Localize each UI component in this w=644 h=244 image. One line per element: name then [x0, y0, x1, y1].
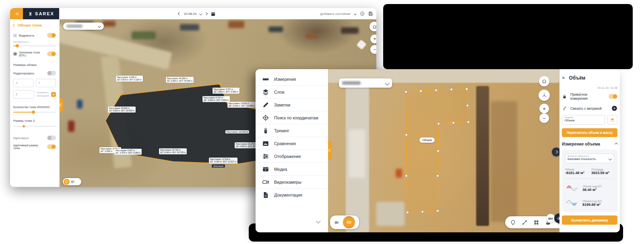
- measurement-label: Расстояние: 44.359 mΔZ: 0.266 m ΔXY: 44.…: [166, 77, 194, 83]
- black-backdrop-top: [383, 4, 633, 69]
- name-field[interactable]: Название Объем: [562, 115, 605, 125]
- orientation-gizmo[interactable]: [539, 90, 550, 101]
- menu-item-media[interactable]: Медиа: [256, 163, 328, 176]
- annotation-badge[interactable]: Аннотация: [212, 164, 225, 168]
- opacity-slider[interactable]: [13, 45, 56, 46]
- zoom-in-button[interactable]: +: [370, 35, 376, 43]
- chevron-left-icon: [60, 103, 63, 107]
- current-date[interactable]: 22.08.24: [184, 12, 196, 16]
- adaptive-size-label: Адаптивный размер точек: [13, 144, 45, 150]
- points-count-slider[interactable]: [13, 112, 56, 113]
- menu-collapse-tab[interactable]: [328, 141, 332, 160]
- adaptive-size-toggle[interactable]: [47, 144, 56, 149]
- point-cloud-icon: [13, 34, 17, 37]
- zoom-out-button[interactable]: −: [370, 45, 376, 54]
- points-count-label: Количество точек 40000000: [10, 106, 59, 109]
- view-mode-pill: 3D 2D: [330, 215, 359, 229]
- add-state-button[interactable]: Добавить состояние: [320, 12, 351, 16]
- point-size-slider[interactable]: [13, 126, 56, 127]
- close-icon[interactable]: ×: [562, 75, 565, 81]
- prev-date-button[interactable]: [178, 12, 181, 15]
- height-map-toggle[interactable]: [47, 135, 56, 140]
- polygon-icon: [533, 219, 539, 226]
- chevron-left-icon: [328, 149, 332, 152]
- volume-polygon[interactable]: [328, 69, 559, 232]
- home-button[interactable]: [369, 22, 376, 31]
- zoom-out-button[interactable]: −: [539, 113, 549, 123]
- area-value: 3923.59 м²: [591, 171, 614, 175]
- menu-item-notes[interactable]: Заметки: [256, 98, 328, 111]
- below-base-label: Объем под БП: [582, 200, 601, 203]
- surface-select[interactable]: Выберите поверхность Базовая плоскость: [565, 154, 614, 163]
- polyline-icon: [522, 219, 528, 226]
- document-icon: [262, 191, 269, 199]
- menu-item-display[interactable]: Отображение: [256, 150, 328, 163]
- sidebar-collapse-tab[interactable]: [59, 98, 63, 112]
- camera-icon: [262, 178, 269, 186]
- edit-toggle[interactable]: [47, 71, 56, 76]
- sidebar-header[interactable]: Облако точек: [10, 19, 59, 31]
- layers-toggle-icon[interactable]: [70, 180, 75, 184]
- date-dropdown-icon[interactable]: [199, 12, 202, 15]
- z-input[interactable]: Z: [13, 90, 34, 98]
- menu-item-documentation[interactable]: Документация: [256, 189, 328, 201]
- measurement-timestamp: 09.11.23 / 11:28: [562, 86, 617, 89]
- edl-toggle[interactable]: [47, 51, 56, 56]
- rotate-icon: [65, 180, 68, 184]
- surface-style-button[interactable]: [607, 115, 617, 125]
- panel-expand-button[interactable]: [552, 148, 559, 156]
- keep-proportions-label: Сохранить пропорции: [37, 91, 49, 97]
- keep-proportions-checkbox[interactable]: [51, 92, 56, 97]
- volume-value: -8161.48 м³: [565, 171, 588, 175]
- add-metric-button[interactable]: [611, 105, 617, 111]
- y-input[interactable]: Y: [36, 79, 56, 87]
- menu-item-comparisons[interactable]: Сравнения: [256, 137, 328, 150]
- recalculate-button[interactable]: Пересчитать объем и массу: [562, 128, 617, 137]
- measurement-label: Расстояние: 6.747 mΔZ: -0.092 m ΔXY: 6.5…: [202, 96, 230, 102]
- compute-dynamics-button[interactable]: Вычислить динамику: [562, 215, 617, 225]
- right-window: Объем + − 3D: [256, 69, 620, 232]
- x-input[interactable]: X: [13, 79, 33, 87]
- main-menu-panel: Измерения Слои Заметки Поиск по координа…: [256, 69, 328, 232]
- edit-label: Редактировать: [13, 72, 34, 75]
- point-tool-button[interactable]: [508, 218, 517, 227]
- view-3d-button[interactable]: 3D: [331, 217, 342, 228]
- layer-select[interactable]: [339, 78, 392, 88]
- sidebar-title: Облако точек: [18, 23, 42, 27]
- chevron-down-icon[interactable]: [354, 12, 357, 15]
- menu-item-coordinates-search[interactable]: Поиск по координатам: [256, 111, 328, 124]
- lock-icon: [562, 94, 567, 99]
- zoom-in-button[interactable]: +: [539, 104, 549, 113]
- private-measurement-toggle[interactable]: [609, 94, 617, 99]
- chevron-down-icon: [385, 81, 389, 85]
- exit-button[interactable]: [10, 8, 23, 19]
- link-metric-label: Связать с метрикой: [570, 107, 608, 111]
- rotate-3d-button[interactable]: [64, 179, 70, 185]
- menu-more-button[interactable]: [317, 217, 320, 224]
- state-select[interactable]: [63, 23, 104, 30]
- screenshot-composite: Расстояние: 0.208 mΔZ: 0.003 m ΔXY: 0.20…: [0, 0, 644, 244]
- menu-item-measurements[interactable]: Измерения: [256, 73, 328, 86]
- menu-item-layers[interactable]: Слои: [256, 86, 328, 98]
- visibility-toggle[interactable]: [47, 33, 56, 38]
- measurement-label: Расстояние: 0.208 mΔZ: 0.003 m ΔXY: 0.20…: [116, 76, 143, 82]
- volume-polygon-label[interactable]: Объем: [419, 137, 435, 143]
- menu-item-cameras[interactable]: Видеокамеры: [256, 176, 328, 189]
- abc-label-tool-button[interactable]: abc: [546, 214, 555, 223]
- save-icon[interactable]: [368, 11, 373, 16]
- collapse-section-icon[interactable]: [615, 142, 618, 146]
- view-2d-button[interactable]: 2D: [343, 216, 355, 228]
- measurement-label: Расстояние: 29.839 mΔZ: 0.052 m ΔXY: 29.…: [108, 107, 136, 113]
- volume-details-card: Выберите поверхность Базовая плоскость О…: [562, 150, 617, 212]
- calendar-icon[interactable]: [211, 11, 216, 16]
- menu-item-tracking[interactable]: Трекинг: [256, 124, 328, 137]
- right-map-viewport[interactable]: Объем + − 3D: [328, 69, 559, 232]
- home-icon: [541, 78, 547, 84]
- volume-above-icon: [565, 182, 580, 194]
- polygon-tool-button[interactable]: [532, 218, 541, 227]
- ruler-icon: [262, 76, 269, 83]
- next-date-button[interactable]: [204, 12, 208, 15]
- info-icon[interactable]: [360, 11, 365, 16]
- home-button[interactable]: [539, 76, 549, 86]
- line-tool-button[interactable]: [520, 218, 529, 227]
